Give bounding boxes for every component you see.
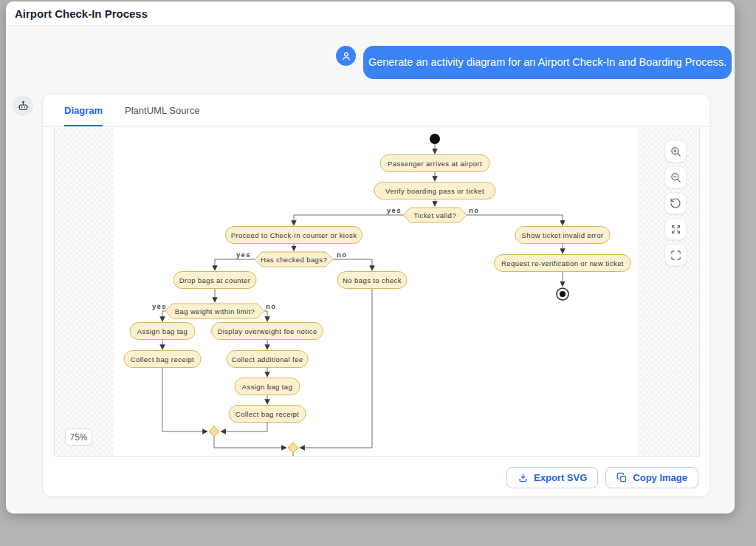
fullscreen-button[interactable] [664,244,687,266]
svg-text:Has checked bags?: Has checked bags? [261,256,327,264]
svg-text:Proceed to Check-In counter or: Proceed to Check-In counter or kiosk [231,231,357,239]
tab-plantuml-source[interactable]: PlantUML Source [125,95,199,126]
expand-button[interactable] [664,218,687,240]
branch-label-yes: yes [152,302,167,310]
activity-invalid: Show ticket invalid error [515,227,610,244]
svg-text:Show ticket invalid error: Show ticket invalid error [522,231,604,239]
bot-avatar [13,95,33,116]
svg-text:Drop bags at counter: Drop bags at counter [179,276,251,284]
copy-icon [616,472,628,483]
activity-fee: Collect additional fee [227,351,308,368]
reset-view-icon [670,197,681,209]
expand-icon [670,224,681,235]
activity-receipt-2: Collect bag receipt [229,406,306,423]
svg-text:No bags to check: No bags to check [343,276,402,284]
merge-node-2 [288,443,298,453]
activity-overweight: Display overweight fee notice [212,323,323,340]
activity-assign-tag-2: Assign bag tag [235,378,300,395]
branch-label-yes: yes [387,206,402,214]
activity-drop-bags: Drop bags at counter [173,272,256,289]
svg-text:Collect bag receipt: Collect bag receipt [131,355,194,364]
activity-diagram: Passenger arrives at airport Verify boar… [55,128,700,457]
window-header: Airport Check-In Process [6,1,735,26]
svg-text:Ticket valid?: Ticket valid? [413,211,456,219]
export-svg-label: Export SVG [534,472,587,483]
activity-verify: Verify boarding pass or ticket [374,182,495,199]
activity-arrive: Passenger arrives at airport [380,155,489,172]
download-icon [518,472,529,483]
tab-diagram[interactable]: Diagram [64,95,103,126]
zoom-level-badge: 75% [65,429,92,446]
zoom-controls [664,140,687,266]
diagram-card: Diagram PlantUML Source [42,94,710,496]
app-window: Airport Check-In Process Generate an act… [6,1,735,513]
zoom-out-button[interactable] [664,166,687,188]
card-footer: Export SVG Copy Image [506,467,698,488]
end-node [557,288,568,300]
decision-ticket-valid: Ticket valid? [403,208,467,222]
start-node [430,134,440,144]
svg-text:Display overweight fee notice: Display overweight fee notice [217,327,317,335]
reset-view-button[interactable] [664,192,687,214]
branch-label-yes: yes [236,250,251,259]
copy-image-button[interactable]: Copy Image [605,467,698,488]
user-avatar [336,46,356,66]
svg-text:Assign bag tag: Assign bag tag [137,327,188,335]
branch-label-no: no [337,250,347,259]
activity-no-bags: No bags to check [337,272,407,289]
export-svg-button[interactable]: Export SVG [506,467,598,488]
user-icon [340,50,352,62]
decision-has-bags: Has checked bags? [255,252,333,267]
diagram-edges [162,144,563,457]
zoom-in-button[interactable] [664,140,687,163]
svg-text:Assign bag tag: Assign bag tag [242,383,292,391]
decision-weight-limit: Bag weight within limit? [165,304,264,318]
merge-node-1 [209,426,219,437]
page-title: Airport Check-In Process [6,1,735,26]
fullscreen-icon [670,250,681,261]
zoom-in-icon [670,146,682,158]
branch-label-no: no [266,302,276,310]
bot-icon [17,100,30,112]
activity-receipt-1: Collect bag receipt [124,351,201,368]
svg-text:Request re-verification or new: Request re-verification or new ticket [501,259,624,267]
copy-image-label: Copy Image [633,472,687,483]
svg-text:Collect bag receipt: Collect bag receipt [236,410,299,418]
activity-assign-tag-1: Assign bag tag [130,323,195,340]
svg-text:Bag weight within limit?: Bag weight within limit? [175,307,255,315]
tab-bar: Diagram PlantUML Source [43,95,709,127]
zoom-out-icon [670,171,682,184]
branch-label-no: no [469,206,479,214]
activity-reverify: Request re-verification or new ticket [495,255,631,272]
diagram-canvas[interactable]: Passenger arrives at airport Verify boar… [54,128,700,457]
svg-text:Collect additional fee: Collect additional fee [232,355,303,364]
svg-text:Passenger arrives at airport: Passenger arrives at airport [388,160,482,168]
user-message-bubble: Generate an activity diagram for an Airp… [363,46,732,79]
activity-proceed: Proceed to Check-In counter or kiosk [226,227,362,244]
svg-text:Verify boarding pass or ticket: Verify boarding pass or ticket [385,187,484,195]
